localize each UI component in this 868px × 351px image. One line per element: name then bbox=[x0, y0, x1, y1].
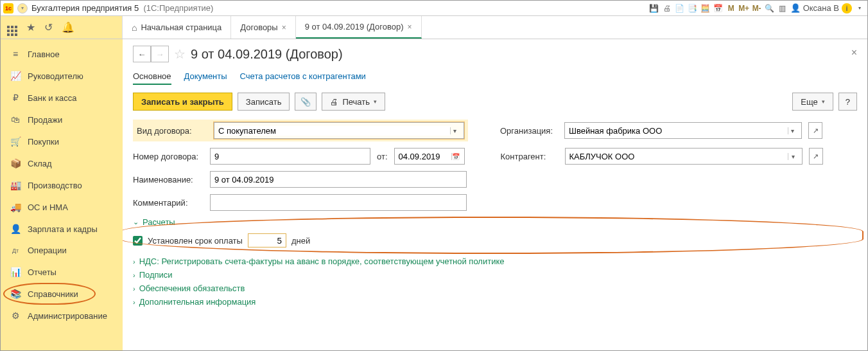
chevron-down-icon: ▾ bbox=[822, 98, 825, 105]
contract-type-input[interactable] bbox=[218, 126, 450, 136]
close-icon[interactable]: × bbox=[282, 23, 286, 32]
m-button[interactable]: M bbox=[726, 3, 736, 14]
section-extra[interactable]: ›Дополнительная информация bbox=[133, 297, 857, 307]
person-icon: 👤 bbox=[10, 224, 21, 234]
sidebar-item-label: Зарплата и кадры bbox=[28, 224, 98, 234]
org-input[interactable] bbox=[569, 126, 788, 136]
calendar-icon[interactable]: 📅 bbox=[451, 153, 460, 160]
back-button[interactable]: ← bbox=[133, 46, 151, 62]
save-close-button[interactable]: Записать и закрыть bbox=[133, 93, 232, 111]
print-button[interactable]: 🖨Печать▾ bbox=[322, 93, 385, 111]
app-logo-icon: 1c bbox=[3, 3, 13, 14]
history-icon[interactable]: ↺ bbox=[44, 21, 53, 33]
calc-icon[interactable]: 🧮 bbox=[700, 3, 711, 14]
favorite-star-icon[interactable]: ☆ bbox=[174, 46, 186, 62]
info-icon[interactable]: i bbox=[842, 3, 852, 14]
user-label[interactable]: 👤Оксана В bbox=[790, 3, 839, 13]
sidebar-item-operations[interactable]: ДтОперации bbox=[1, 240, 123, 261]
ruble-icon: ₽ bbox=[10, 93, 21, 103]
favorite-icon[interactable]: ★ bbox=[26, 21, 35, 33]
sidebar-item-bank[interactable]: ₽Банк и касса bbox=[1, 87, 123, 109]
sidebar-item-label: Главное bbox=[28, 50, 60, 59]
counterparty-open-button[interactable]: ↗ bbox=[809, 148, 823, 165]
forward-button[interactable]: → bbox=[151, 46, 169, 62]
close-page-icon[interactable]: × bbox=[851, 47, 857, 59]
help-button[interactable]: ? bbox=[838, 93, 857, 111]
more-button[interactable]: Еще▾ bbox=[792, 93, 833, 111]
m-minus-button[interactable]: M- bbox=[752, 3, 762, 14]
contract-num-input[interactable] bbox=[214, 152, 366, 161]
save-button[interactable]: Записать bbox=[238, 93, 290, 111]
chevron-down-icon[interactable]: ▾ bbox=[788, 127, 797, 134]
comment-input[interactable] bbox=[214, 198, 462, 208]
sidebar-item-label: Операции bbox=[28, 246, 67, 255]
sidebar-item-reports[interactable]: 📊Отчеты bbox=[1, 261, 123, 283]
counterparty-label: Контрагент: bbox=[501, 152, 559, 161]
name-input[interactable] bbox=[214, 175, 462, 184]
from-date-field[interactable]: 📅 bbox=[394, 148, 465, 165]
tab-contract-9[interactable]: 9 от 04.09.2019 (Договор) × bbox=[296, 16, 422, 39]
tab-home[interactable]: ⌂ Начальная страница bbox=[123, 16, 231, 39]
section-vat[interactable]: ›НДС: Регистрировать счета-фактуры на ав… bbox=[133, 256, 857, 266]
org-open-button[interactable]: ↗ bbox=[808, 122, 822, 139]
calendar-icon[interactable]: 📅 bbox=[713, 3, 724, 14]
sidebar-item-main[interactable]: ≡Главное bbox=[1, 43, 123, 65]
compare-icon[interactable]: 📑 bbox=[688, 3, 698, 14]
attach-button[interactable]: 📎 bbox=[295, 93, 317, 111]
sidebar-item-production[interactable]: 🏭Производство bbox=[1, 174, 123, 196]
contract-num-field[interactable] bbox=[210, 148, 370, 165]
comment-field[interactable] bbox=[210, 194, 467, 211]
chevron-down-icon[interactable]: ▾ bbox=[450, 127, 460, 134]
payment-days-input[interactable] bbox=[248, 233, 286, 248]
from-label: от: bbox=[377, 152, 388, 161]
sidebar-item-sales[interactable]: 🛍Продажи bbox=[1, 109, 123, 130]
cart-icon: 🛒 bbox=[10, 136, 21, 147]
section-collateral[interactable]: ›Обеспечения обязательств bbox=[133, 284, 857, 293]
chevron-right-icon: › bbox=[133, 298, 135, 306]
printer-icon: 🖨 bbox=[330, 97, 338, 107]
sidebar-item-label: Продажи bbox=[28, 115, 62, 125]
payment-term-checkbox[interactable] bbox=[133, 236, 143, 246]
apps-icon[interactable] bbox=[7, 19, 17, 36]
from-date-input[interactable] bbox=[399, 152, 451, 161]
info-dropdown-icon[interactable]: ▾ bbox=[855, 3, 865, 14]
sidebar-item-admin[interactable]: ⚙Администрирование bbox=[1, 305, 123, 327]
close-icon[interactable]: × bbox=[408, 22, 412, 32]
sidebar-item-label: Отчеты bbox=[28, 267, 56, 277]
sidebar-item-manager[interactable]: 📈Руководителю bbox=[1, 65, 123, 87]
chevron-right-icon: › bbox=[133, 271, 135, 279]
subtab-docs[interactable]: Документы bbox=[184, 69, 227, 85]
bell-icon[interactable]: 🔔 bbox=[62, 21, 74, 33]
sidebar-item-catalogs[interactable]: 📚Справочники bbox=[1, 283, 123, 305]
contract-type-field[interactable]: ▾ bbox=[214, 122, 464, 139]
bag-icon: 🛍 bbox=[10, 114, 21, 125]
panel-icon[interactable]: ▥ bbox=[777, 3, 788, 14]
save-icon[interactable]: 💾 bbox=[649, 3, 659, 14]
tabs: ⌂ Начальная страница Договоры × 9 от 04.… bbox=[123, 16, 867, 39]
section-signs[interactable]: ›Подписи bbox=[133, 270, 857, 280]
sidebar-item-label: Склад bbox=[28, 159, 52, 168]
comment-label: Комментарий: bbox=[133, 198, 204, 208]
counterparty-field[interactable]: ▾ bbox=[565, 148, 803, 165]
sidebar-item-stock[interactable]: 📦Склад bbox=[1, 152, 123, 174]
doc-icon[interactable]: 📄 bbox=[675, 3, 685, 14]
tab-contracts[interactable]: Договоры × bbox=[231, 16, 295, 39]
days-suffix: дней bbox=[291, 236, 310, 246]
dtkt-icon: Дт bbox=[10, 248, 21, 254]
sidebar-item-hr[interactable]: 👤Зарплата и кадры bbox=[1, 218, 123, 240]
zoom-icon[interactable]: 🔍 bbox=[765, 3, 775, 14]
app-menu-dropdown[interactable]: ▾ bbox=[17, 3, 28, 14]
chevron-down-icon[interactable]: ▾ bbox=[788, 153, 797, 160]
subtab-accounts[interactable]: Счета расчетов с контрагентами bbox=[240, 69, 366, 85]
counterparty-input[interactable] bbox=[569, 152, 788, 161]
m-plus-button[interactable]: M+ bbox=[739, 3, 749, 14]
print-icon[interactable]: 🖨 bbox=[662, 3, 672, 14]
section-payments[interactable]: ⌄Расчеты bbox=[133, 217, 857, 227]
payment-term-row: Установлен срок оплаты дней bbox=[133, 231, 857, 250]
sidebar-item-assets[interactable]: 🚚ОС и НМА bbox=[1, 196, 123, 218]
name-field[interactable] bbox=[210, 171, 467, 188]
subtabs: Основное Документы Счета расчетов с конт… bbox=[133, 69, 857, 85]
org-field[interactable]: ▾ bbox=[564, 122, 802, 139]
subtab-main[interactable]: Основное bbox=[133, 69, 171, 85]
sidebar-item-purchases[interactable]: 🛒Покупки bbox=[1, 130, 123, 152]
